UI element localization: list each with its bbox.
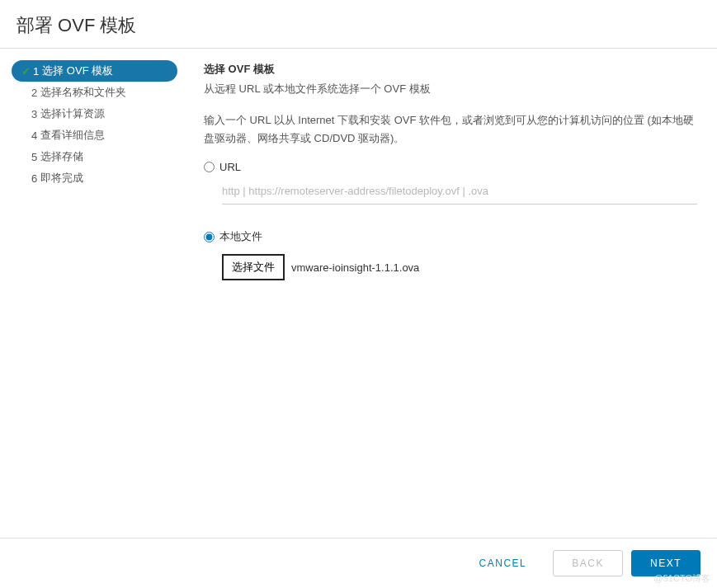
url-input[interactable] bbox=[222, 181, 697, 200]
radio-local-label: 本地文件 bbox=[219, 229, 262, 244]
wizard-step-2[interactable]: 2 选择名称和文件夹 bbox=[12, 82, 177, 103]
wizard-step-6[interactable]: 6 即将完成 bbox=[12, 167, 177, 189]
choose-file-button[interactable]: 选择文件 bbox=[222, 254, 285, 280]
radio-url-row[interactable]: URL bbox=[204, 161, 697, 173]
step-number: 5 bbox=[31, 151, 37, 163]
check-icon: ✓ bbox=[20, 65, 31, 78]
step-label: 即将完成 bbox=[40, 171, 83, 186]
step-label: 选择存储 bbox=[40, 149, 83, 164]
radio-local-file[interactable] bbox=[204, 232, 215, 242]
step-label: 查看详细信息 bbox=[40, 128, 105, 143]
step-number: 3 bbox=[31, 108, 37, 120]
wizard-step-3[interactable]: 3 选择计算资源 bbox=[12, 103, 177, 125]
step-label: 选择名称和文件夹 bbox=[40, 85, 126, 100]
step-number: 6 bbox=[31, 172, 37, 185]
file-select-row: 选择文件 vmware-ioinsight-1.1.1.ova bbox=[222, 254, 697, 280]
url-input-container bbox=[222, 181, 697, 205]
radio-url[interactable] bbox=[204, 162, 215, 172]
selected-file-name: vmware-ioinsight-1.1.1.ova bbox=[291, 261, 419, 274]
panel-subheading: 从远程 URL 或本地文件系统选择一个 OVF 模板 bbox=[204, 82, 697, 96]
dialog-title: 部署 OVF 模板 bbox=[0, 0, 717, 49]
step-number: 2 bbox=[31, 87, 37, 99]
step-number: 4 bbox=[31, 129, 37, 142]
radio-local-row[interactable]: 本地文件 bbox=[204, 229, 697, 244]
next-button[interactable]: NEXT bbox=[631, 550, 700, 576]
wizard-sidebar: ✓ 1 选择 OVF 模板 2 选择名称和文件夹 3 选择计算资源 4 查看详细… bbox=[0, 49, 177, 519]
step-label: 选择 OVF 模板 bbox=[42, 64, 113, 78]
panel-instruction: 输入一个 URL 以从 Internet 下载和安装 OVF 软件包，或者浏览到… bbox=[204, 111, 697, 148]
step-label: 选择计算资源 bbox=[40, 106, 105, 121]
wizard-step-1[interactable]: ✓ 1 选择 OVF 模板 bbox=[12, 60, 177, 82]
dialog-content: ✓ 1 选择 OVF 模板 2 选择名称和文件夹 3 选择计算资源 4 查看详细… bbox=[0, 49, 717, 519]
cancel-button[interactable]: CANCEL bbox=[461, 551, 545, 576]
dialog-footer: CANCEL BACK NEXT bbox=[0, 538, 717, 588]
radio-url-label: URL bbox=[219, 161, 241, 173]
wizard-step-5[interactable]: 5 选择存储 bbox=[12, 146, 177, 167]
step-number: 1 bbox=[33, 65, 39, 78]
main-panel: 选择 OVF 模板 从远程 URL 或本地文件系统选择一个 OVF 模板 输入一… bbox=[177, 49, 717, 519]
wizard-step-4[interactable]: 4 查看详细信息 bbox=[12, 125, 177, 146]
back-button: BACK bbox=[553, 550, 623, 576]
panel-heading: 选择 OVF 模板 bbox=[204, 62, 697, 77]
